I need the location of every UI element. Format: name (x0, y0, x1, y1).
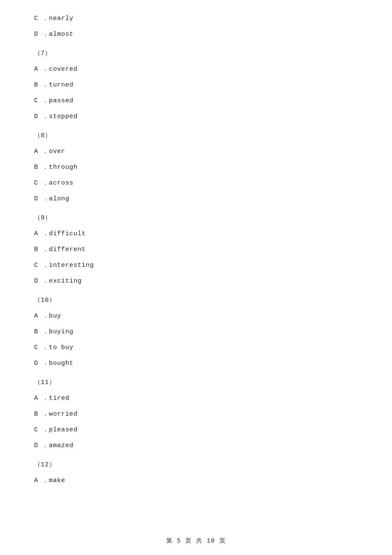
section-label-5: （11） (34, 377, 358, 388)
option-4-2: C ．to buy (34, 342, 358, 353)
section-label-4: （10） (34, 295, 358, 306)
option-3-2: C ．interesting (34, 260, 358, 271)
option-5-2: C ．pleased (34, 424, 358, 436)
option-3-1: B ．different (34, 244, 358, 255)
footer-text: 第 5 页 共 10 页 (166, 538, 226, 544)
option-2-1: B ．through (34, 162, 358, 173)
option-4-3: D ．bought (34, 358, 358, 369)
option-5-1: B ．worried (34, 408, 358, 420)
option-1-0: A ．covered (34, 64, 358, 75)
page-footer: 第 5 页 共 10 页 (0, 537, 392, 545)
option-1-2: C ．passed (34, 95, 358, 107)
option-1-1: B ．turned (34, 79, 358, 91)
option-1-3: D ．stopped (34, 111, 358, 122)
option-4-0: A ．buy (34, 310, 358, 322)
option-2-2: C ．across (34, 177, 358, 189)
option-3-0: A ．difficult (34, 228, 358, 240)
section-label-6: （12） (34, 459, 358, 471)
section-label-2: （8） (34, 130, 358, 142)
option-0-0: C ．nearly (34, 13, 358, 24)
option-5-3: D ．amazed (34, 440, 358, 451)
option-3-3: D ．exciting (34, 275, 358, 287)
option-2-3: D ．along (34, 193, 358, 205)
option-2-0: A ．over (34, 146, 358, 157)
main-content: C ．nearlyD ．almost（7）A ．coveredB ．turned… (0, 0, 392, 516)
option-6-0: A ．make (34, 475, 358, 486)
option-4-1: B ．buying (34, 326, 358, 338)
section-label-3: （9） (34, 212, 358, 224)
section-label-1: （7） (34, 48, 358, 59)
option-0-1: D ．almost (34, 29, 358, 40)
option-5-0: A ．tired (34, 393, 358, 404)
